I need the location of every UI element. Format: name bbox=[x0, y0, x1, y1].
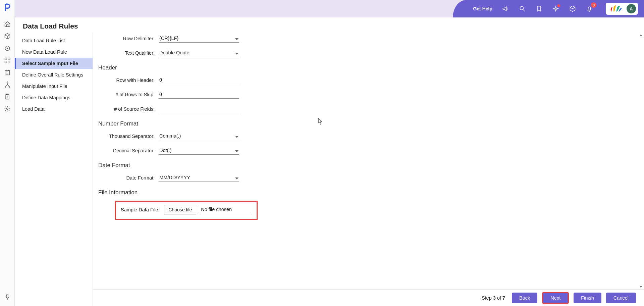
wiz-item-load[interactable]: Load Data bbox=[15, 103, 93, 115]
wiz-item-manipulate[interactable]: Manipulate Input File bbox=[15, 81, 93, 92]
clipboard-icon[interactable] bbox=[3, 93, 11, 101]
avatar: A bbox=[627, 4, 636, 13]
source-fields-label: # of Source Fields: bbox=[98, 106, 159, 112]
wiz-item-list[interactable]: Data Load Rule List bbox=[15, 35, 93, 46]
page: Data Load Rules Data Load Rule List New … bbox=[15, 17, 644, 306]
search-icon[interactable] bbox=[519, 5, 526, 12]
target-icon[interactable] bbox=[3, 44, 11, 52]
grid-icon[interactable] bbox=[3, 56, 11, 64]
row-delimiter-label: Row Delimiter: bbox=[98, 36, 159, 41]
cancel-button[interactable]: Cancel bbox=[606, 293, 636, 303]
source-fields-input[interactable] bbox=[159, 105, 239, 113]
decimal-sep-label: Decimal Separator: bbox=[98, 148, 159, 153]
megaphone-icon[interactable] bbox=[502, 5, 509, 12]
wiz-item-mappings[interactable]: Define Data Mappings bbox=[15, 92, 93, 103]
hierarchy-icon[interactable] bbox=[3, 81, 11, 89]
next-button[interactable]: Next bbox=[542, 292, 569, 304]
sparkle-icon[interactable] bbox=[552, 5, 559, 12]
svg-point-9 bbox=[9, 86, 10, 87]
date-section: Date Format bbox=[98, 162, 635, 169]
rows-to-skip-input[interactable] bbox=[159, 90, 239, 99]
row-with-header-input[interactable] bbox=[159, 76, 239, 84]
bookmark-icon[interactable] bbox=[535, 5, 543, 12]
svg-point-8 bbox=[5, 86, 6, 87]
finish-button[interactable]: Finish bbox=[574, 293, 601, 303]
svg-point-12 bbox=[6, 108, 8, 110]
rows-to-skip-label: # of Rows to Skip: bbox=[98, 92, 159, 97]
thousand-sep-select[interactable]: Comma(,) bbox=[159, 132, 239, 140]
step-indicator: Step 3 of 7 bbox=[482, 295, 505, 301]
scrollbar[interactable] bbox=[639, 33, 643, 289]
content: Data Load Rule List New Data Load Rule S… bbox=[15, 33, 644, 306]
page-title: Data Load Rules bbox=[15, 17, 644, 33]
svg-point-1 bbox=[7, 48, 8, 49]
svg-point-7 bbox=[7, 82, 8, 83]
bell-icon[interactable]: 8 bbox=[586, 5, 593, 12]
sample-file-highlight: Sample Data File: Choose file No file ch… bbox=[115, 201, 258, 220]
date-format-label: Date Format: bbox=[98, 175, 159, 181]
box-icon[interactable] bbox=[3, 32, 11, 40]
wiz-item-new[interactable]: New Data Load Rule bbox=[15, 46, 93, 58]
file-chooser: Choose file No file chosen bbox=[164, 205, 252, 214]
wizard-footer: Step 3 of 7 Back Next Finish Cancel bbox=[93, 289, 644, 306]
svg-rect-4 bbox=[5, 61, 7, 63]
get-help-link[interactable]: Get Help bbox=[473, 6, 492, 11]
sample-file-label: Sample Data File: bbox=[121, 207, 159, 212]
tenant-logo bbox=[608, 4, 623, 13]
text-qualifier-label: Text Qualifier: bbox=[98, 50, 159, 56]
row-delimiter-select[interactable]: {CR}{LF} bbox=[159, 34, 239, 43]
row-with-header-label: Row with Header: bbox=[98, 78, 159, 83]
number-section: Number Format bbox=[98, 120, 635, 127]
icon-rail bbox=[0, 0, 15, 306]
choose-file-button[interactable]: Choose file bbox=[164, 205, 196, 214]
back-button[interactable]: Back bbox=[512, 293, 537, 303]
svg-rect-3 bbox=[8, 58, 10, 60]
notification-count: 8 bbox=[591, 2, 596, 8]
user-chip[interactable]: A bbox=[606, 3, 638, 15]
topbar-actions: Get Help 8 A bbox=[453, 0, 644, 17]
wiz-item-overall[interactable]: Define Overall Rule Settings bbox=[15, 69, 93, 81]
decimal-sep-select[interactable]: Dot(.) bbox=[159, 146, 239, 155]
pin-icon[interactable] bbox=[3, 293, 11, 301]
date-format-select[interactable]: MM/DD/YYYY bbox=[159, 173, 239, 182]
wizard-nav: Data Load Rule List New Data Load Rule S… bbox=[15, 33, 93, 306]
header-section: Header bbox=[98, 64, 635, 71]
form-scroll[interactable]: Row Delimiter: {CR}{LF} Text Qualifier: … bbox=[98, 33, 635, 289]
home-icon[interactable] bbox=[3, 20, 11, 28]
svg-point-13 bbox=[520, 6, 523, 10]
file-status: No file chosen bbox=[201, 207, 232, 212]
form-area: Row Delimiter: {CR}{LF} Text Qualifier: … bbox=[93, 33, 644, 306]
building-icon[interactable] bbox=[3, 68, 11, 76]
package-icon[interactable] bbox=[569, 5, 576, 12]
file-section: File Information bbox=[98, 189, 635, 196]
thousand-sep-label: Thousand Separator: bbox=[98, 134, 159, 139]
svg-rect-5 bbox=[8, 61, 10, 63]
svg-rect-2 bbox=[5, 58, 7, 60]
app-logo[interactable] bbox=[3, 3, 12, 12]
text-qualifier-select[interactable]: Double Quote bbox=[159, 49, 239, 57]
gear-icon[interactable] bbox=[3, 105, 11, 113]
wiz-item-sample[interactable]: Select Sample Input File bbox=[15, 58, 93, 69]
topbar: Get Help 8 A bbox=[15, 0, 644, 17]
